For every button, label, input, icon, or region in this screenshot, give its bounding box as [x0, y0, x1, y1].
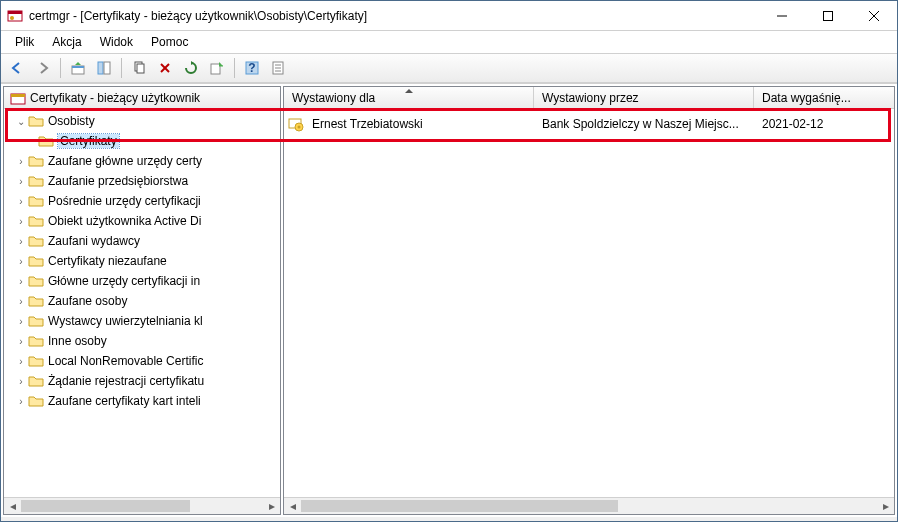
svg-rect-9: [98, 62, 103, 74]
tree-item[interactable]: ›Local NonRemovable Certific: [4, 351, 280, 371]
cert-store-icon: [10, 90, 26, 106]
folder-icon: [28, 333, 44, 349]
close-button[interactable]: [851, 1, 897, 31]
help-button[interactable]: ?: [240, 56, 264, 80]
tree-item[interactable]: ›Żądanie rejestracji certyfikatu: [4, 371, 280, 391]
list-pane: Wystawiony dla Wystawiony przez Data wyg…: [283, 86, 895, 515]
svg-rect-1: [8, 11, 22, 14]
folder-icon: [28, 113, 44, 129]
tree-item[interactable]: ›Inne osoby: [4, 331, 280, 351]
certificate-icon: [288, 116, 304, 132]
menu-action[interactable]: Akcja: [44, 33, 89, 51]
folder-icon: [28, 353, 44, 369]
folder-icon: [28, 293, 44, 309]
statusbar: [1, 517, 897, 521]
refresh-button[interactable]: [179, 56, 203, 80]
list-body: Ernest Trzebiatowski Bank Spoldzielczy w…: [284, 109, 894, 497]
svg-rect-12: [137, 64, 144, 73]
app-window: certmgr - [Certyfikaty - bieżący użytkow…: [0, 0, 898, 522]
tree-item[interactable]: ›Zaufanie przedsiębiorstwa: [4, 171, 280, 191]
export-button[interactable]: [205, 56, 229, 80]
list-hscrollbar[interactable]: ◂ ▸: [284, 497, 894, 514]
toolbar: ?: [1, 53, 897, 83]
tree-item[interactable]: ›Główne urzędy certyfikacji in: [4, 271, 280, 291]
folder-icon: [28, 373, 44, 389]
folder-icon: [28, 273, 44, 289]
scroll-left-icon[interactable]: ◂: [4, 498, 21, 515]
properties-button[interactable]: [266, 56, 290, 80]
svg-text:?: ?: [248, 61, 255, 75]
chevron-right-icon[interactable]: ›: [14, 296, 28, 307]
folder-icon: [28, 233, 44, 249]
chevron-down-icon[interactable]: ⌄: [14, 116, 28, 127]
chevron-right-icon[interactable]: ›: [14, 356, 28, 367]
tree-body: ⌄ Osobisty Certyfikaty ›Zaufane główne u…: [4, 109, 280, 497]
chevron-right-icon[interactable]: ›: [14, 256, 28, 267]
svg-rect-8: [72, 66, 84, 68]
chevron-right-icon[interactable]: ›: [14, 156, 28, 167]
chevron-right-icon[interactable]: ›: [14, 196, 28, 207]
chevron-right-icon[interactable]: ›: [14, 376, 28, 387]
content-area: Certyfikaty - bieżący użytkownik ⌄ Osobi…: [1, 83, 897, 517]
tree-item[interactable]: ›Zaufane osoby: [4, 291, 280, 311]
app-icon: [7, 8, 23, 24]
cell-issued-by: Bank Spoldzielczy w Naszej Miejsc...: [538, 117, 758, 131]
cell-expires: 2021-02-12: [758, 117, 894, 131]
tree-header[interactable]: Certyfikaty - bieżący użytkownik: [4, 87, 280, 109]
tree-item[interactable]: ›Obiekt użytkownika Active Di: [4, 211, 280, 231]
chevron-right-icon[interactable]: ›: [14, 236, 28, 247]
copy-button[interactable]: [127, 56, 151, 80]
chevron-right-icon[interactable]: ›: [14, 396, 28, 407]
list-header: Wystawiony dla Wystawiony przez Data wyg…: [284, 87, 894, 109]
forward-button[interactable]: [31, 56, 55, 80]
menu-view[interactable]: Widok: [92, 33, 141, 51]
col-issued-to[interactable]: Wystawiony dla: [284, 87, 534, 108]
delete-button[interactable]: [153, 56, 177, 80]
chevron-right-icon[interactable]: ›: [14, 316, 28, 327]
chevron-right-icon[interactable]: ›: [14, 216, 28, 227]
svg-point-26: [298, 126, 301, 129]
tree-item[interactable]: ›Zaufane główne urzędy certy: [4, 151, 280, 171]
show-hide-tree-button[interactable]: [92, 56, 116, 80]
maximize-button[interactable]: [805, 1, 851, 31]
cell-issued-to: Ernest Trzebiatowski: [308, 117, 538, 131]
svg-rect-10: [104, 62, 110, 74]
folder-icon: [28, 253, 44, 269]
chevron-right-icon[interactable]: ›: [14, 176, 28, 187]
chevron-right-icon[interactable]: ›: [14, 336, 28, 347]
tree-item[interactable]: ›Certyfikaty niezaufane: [4, 251, 280, 271]
tree-item-certyfikaty[interactable]: Certyfikaty: [4, 131, 280, 151]
folder-icon: [28, 193, 44, 209]
folder-icon: [28, 393, 44, 409]
folder-icon: [28, 153, 44, 169]
svg-point-2: [10, 16, 14, 20]
folder-icon: [28, 173, 44, 189]
tree-pane: Certyfikaty - bieżący użytkownik ⌄ Osobi…: [3, 86, 281, 515]
window-title: certmgr - [Certyfikaty - bieżący użytkow…: [29, 9, 759, 23]
tree-item[interactable]: ›Pośrednie urzędy certyfikacji: [4, 191, 280, 211]
chevron-right-icon[interactable]: ›: [14, 276, 28, 287]
svg-rect-15: [211, 64, 220, 74]
tree-item[interactable]: ›Wystawcy uwierzytelniania kl: [4, 311, 280, 331]
col-expires[interactable]: Data wygaśnię...: [754, 87, 894, 108]
back-button[interactable]: [5, 56, 29, 80]
svg-rect-4: [824, 11, 833, 20]
folder-icon: [38, 133, 54, 149]
svg-rect-23: [11, 94, 25, 97]
tree-root-label: Certyfikaty - bieżący użytkownik: [30, 91, 200, 105]
col-issued-by[interactable]: Wystawiony przez: [534, 87, 754, 108]
scroll-right-icon[interactable]: ▸: [263, 498, 280, 515]
scroll-right-icon[interactable]: ▸: [877, 498, 894, 515]
folder-icon: [28, 213, 44, 229]
tree-item[interactable]: ›Zaufani wydawcy: [4, 231, 280, 251]
tree-hscrollbar[interactable]: ◂ ▸: [4, 497, 280, 514]
menu-help[interactable]: Pomoc: [143, 33, 196, 51]
up-button[interactable]: [66, 56, 90, 80]
list-row[interactable]: Ernest Trzebiatowski Bank Spoldzielczy w…: [284, 113, 894, 135]
scroll-left-icon[interactable]: ◂: [284, 498, 301, 515]
menu-file[interactable]: Plik: [7, 33, 42, 51]
tree-item-osobisty[interactable]: ⌄ Osobisty: [4, 111, 280, 131]
menubar: Plik Akcja Widok Pomoc: [1, 31, 897, 53]
minimize-button[interactable]: [759, 1, 805, 31]
tree-item[interactable]: ›Zaufane certyfikaty kart inteli: [4, 391, 280, 411]
